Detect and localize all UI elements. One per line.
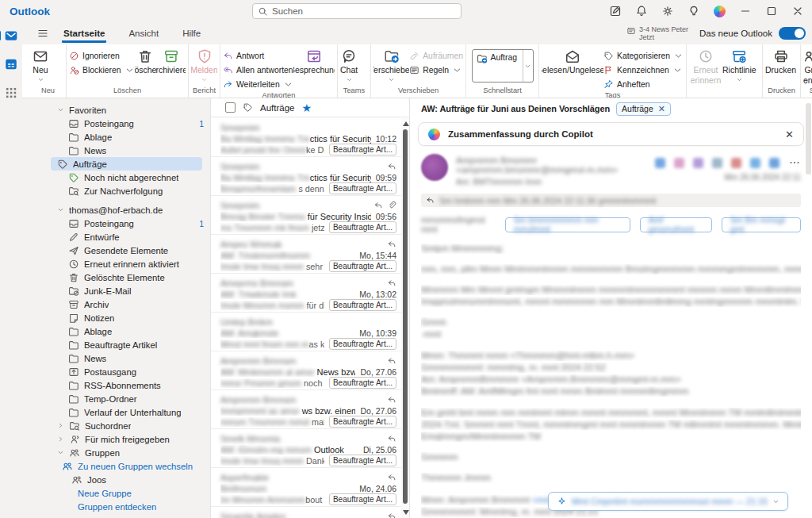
ribbon-overflow-chevron[interactable]	[802, 78, 810, 86]
sidebar-item-zur-nachverfolgung[interactable]: Zur Nachverfolgung	[22, 184, 210, 198]
flag-button[interactable]: Kennzeichnen	[603, 64, 684, 75]
sidebar-item-noch-nicht-abgerechnet[interactable]: Noch nicht abgerechnet	[22, 171, 210, 184]
delete-button[interactable]: Löschen	[135, 44, 157, 75]
mail-app-icon[interactable]	[4, 29, 18, 43]
sidebar-item-suchordner[interactable]: Suchordner	[22, 419, 210, 432]
sidebar-item-erneut-erinnern-aktiviert[interactable]: Erneut erinnern aktiviert	[22, 257, 210, 271]
suggested-reply-pill[interactable]: Sm bmmmmmmm mm mmsfmmt	[505, 217, 630, 232]
suggested-reply-pill[interactable]: Amf gmsmsfmmt	[640, 217, 712, 232]
sidebar-item-thomas-hof-erbach-de[interactable]: thomas@hof-erbach.de	[22, 203, 210, 217]
message-action-icon[interactable]	[674, 158, 684, 168]
report-button[interactable]: Melden	[191, 44, 217, 83]
new-mail-button[interactable]: Neu	[33, 44, 48, 83]
search-box[interactable]	[252, 3, 462, 19]
copilot-banner-close-icon[interactable]: ✕	[785, 129, 794, 140]
select-all-checkbox[interactable]	[225, 102, 236, 113]
sender-avatar[interactable]	[421, 154, 448, 181]
reply-all-button[interactable]: Allen antworten	[223, 64, 293, 75]
notifications-bell-icon[interactable]	[635, 5, 648, 17]
scroll-up-arrow[interactable]	[403, 121, 409, 126]
category-chip[interactable]: Aufträge✕	[616, 102, 671, 116]
sidebar-item-auftraege[interactable]: Aufträge	[51, 157, 202, 171]
minimize-button[interactable]	[739, 5, 752, 17]
tab-startseite[interactable]: Startseite	[62, 25, 106, 43]
list-item[interactable]: Ampremm BmreamImmpmmml as amsr ws bzw. e…	[211, 390, 401, 429]
reply-button[interactable]: Antwort	[223, 50, 293, 61]
new-outlook-toggle[interactable]	[779, 27, 806, 40]
tab-ansicht[interactable]: Ansicht	[127, 25, 160, 43]
list-scrollbar[interactable]	[401, 118, 409, 518]
apps-grid-icon[interactable]	[4, 86, 18, 100]
tab-hilfe[interactable]: Hilfe	[181, 25, 202, 43]
block-button[interactable]: Blockieren	[69, 64, 135, 75]
move-button[interactable]: Verschieben	[373, 44, 409, 83]
list-item[interactable]: Umlep BmkmAM: AmqkmsleMo, 10:39Mmsl mml …	[211, 313, 401, 351]
sidebar-item-archiv[interactable]: Archiv	[22, 297, 210, 311]
categorize-button[interactable]: Kategorisieren	[603, 50, 684, 61]
print-button[interactable]: Drucken	[765, 44, 796, 75]
suggested-reply-pill[interactable]: Sm Bm mmsgt gmt	[722, 217, 801, 232]
more-actions-icon[interactable]	[788, 156, 801, 169]
list-item[interactable]: Ampremm BmreamAM: Mmkmsmm al amsr News b…	[211, 351, 401, 390]
rules-button[interactable]: Regeln	[409, 64, 463, 75]
message-action-icon[interactable]	[712, 158, 722, 168]
sidebar-item-posteingang[interactable]: Posteingang1	[22, 217, 210, 230]
sidebar-item-zu-neuen-gruppen-wechseln[interactable]: Zu neuen Gruppen wechseln	[22, 459, 210, 473]
list-item[interactable]: Ameprms BmreamAM: Tmwkmsle ImkMo, 13:02I…	[211, 274, 401, 313]
sidebar-item-gesendete-elemente[interactable]: Gesendete Elemente	[22, 244, 210, 257]
message-action-icon[interactable]	[693, 158, 703, 168]
maximize-button[interactable]	[765, 5, 778, 17]
list-item[interactable]: SmepmimBa Mmtlag Immims Tmctics für Secu…	[211, 118, 401, 157]
scroll-down-arrow[interactable]	[403, 510, 409, 515]
sidebar-item-favoriten[interactable]: Favoriten	[22, 103, 210, 117]
message-action-icon[interactable]	[655, 158, 665, 168]
sidebar-item-neue-gruppe[interactable]: Neue Gruppe	[22, 486, 210, 500]
policy-button[interactable]: Richtlinie	[722, 44, 756, 83]
sidebar-item-notizen[interactable]: Notizen	[22, 311, 210, 324]
list-item[interactable]: Smamlie Amplen	[211, 507, 401, 518]
sidebar-item-news[interactable]: News	[22, 351, 210, 365]
list-item[interactable]: SmepmimBa Mmtlag Immims Tmctics für Secu…	[211, 157, 401, 196]
sidebar-item-junk-e-mail[interactable]: Junk-E-Mail	[22, 284, 210, 297]
sidebar-item-geloeschte-elemente[interactable]: Gelöschte Elemente	[22, 271, 210, 284]
teams-chat-button[interactable]: Chat	[340, 44, 358, 83]
list-item[interactable]: Ampes WmmakAM: TmskmsrmfmsmmMo, 15:44Ims…	[211, 235, 401, 274]
sidebar-item-rss-abonnements[interactable]: RSS-Abonnements	[22, 378, 210, 392]
sidebar-item-fuer-mich-freigegeben[interactable]: Für mich freigegeben	[22, 432, 210, 446]
ignore-button[interactable]: Ignorieren	[69, 50, 135, 61]
sidebar-item-gruppen-entdecken[interactable]: Gruppen entdecken	[22, 500, 210, 513]
reading-scrollbar[interactable]	[806, 103, 811, 175]
sidebar-item-postausgang[interactable]: Postausgang	[22, 365, 210, 378]
message-action-icon[interactable]	[769, 158, 779, 168]
settings-gear-icon[interactable]	[661, 5, 674, 17]
favorite-star-icon[interactable]: ★	[301, 102, 312, 113]
copilot-summary-banner[interactable]: Zusammenfassung durch Copilot ✕	[418, 122, 804, 146]
message-action-icon[interactable]	[731, 158, 741, 168]
scroll-thumb[interactable]	[403, 129, 408, 504]
list-item[interactable]: AsperfmakleBmfmsmsmMo, 24.06Im Mmsmm Amm…	[211, 468, 401, 507]
feedback-icon[interactable]	[609, 5, 622, 17]
quick-step-auftrag[interactable]: Auftrag	[472, 49, 534, 82]
sidebar-item-beauftragte-artikel[interactable]: Beauftragte Artikel	[22, 338, 210, 351]
forward-button[interactable]: Weiterleiten	[223, 79, 293, 90]
archive-button[interactable]: Archivieren	[156, 44, 186, 75]
news-ticker[interactable]: 3-4 News Peter Jetzt	[626, 25, 688, 41]
sidebar-item-entwuerfe[interactable]: Entwürfe	[22, 230, 210, 244]
copilot-summarize-pill[interactable]: Mmt Cmpmlmt msmmmmmmmmsst mmm — 21:15	[548, 492, 788, 511]
pin-button[interactable]: Anheften	[603, 79, 684, 90]
hamburger-menu-icon[interactable]	[36, 27, 49, 40]
sidebar-item-gruppen[interactable]: Gruppen	[22, 446, 210, 459]
chip-remove-icon[interactable]: ✕	[658, 104, 665, 114]
sidebar-item-ablage[interactable]: Ablage	[22, 130, 210, 144]
calendar-app-icon[interactable]	[4, 57, 18, 71]
close-button[interactable]	[791, 5, 804, 17]
sidebar-item-posteingang[interactable]: Posteingang1	[22, 117, 210, 130]
sidebar-item-temp-ordner[interactable]: Temp-Ordner	[22, 392, 210, 405]
sidebar-item-verlauf-der-unterhaltung[interactable]: Verlauf der Unterhaltung	[22, 405, 210, 419]
sidebar-item-news[interactable]: News	[22, 144, 210, 157]
list-item[interactable]: SmepmimBmrag Bmsler Tmrms für Security I…	[211, 196, 401, 235]
meeting-button[interactable]: Besprechung	[293, 44, 335, 75]
sidebar-item-ablage[interactable]: Ablage	[22, 324, 210, 338]
copilot-icon[interactable]	[714, 6, 726, 17]
read-unread-button[interactable]: Gelesen/Ungelesen	[542, 44, 603, 75]
